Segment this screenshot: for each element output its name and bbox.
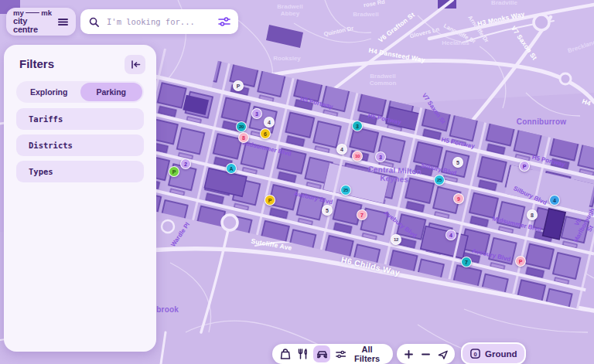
map-marker-blue-4[interactable]: 4 [549, 195, 560, 206]
map-marker-lavender-4[interactable]: 4 [446, 230, 456, 240]
brand-logo: my mk city centre [13, 9, 52, 35]
brand-bottom: city centre [13, 17, 52, 34]
map-marker-white-5[interactable]: 5 [322, 205, 333, 216]
logo-pill: my mk city centre [6, 8, 76, 36]
floor-level-button[interactable]: 0 Ground [461, 342, 526, 364]
filters-title: Filters [19, 57, 54, 70]
map-marker-white-p[interactable]: P [233, 80, 244, 91]
map-marker-yellow-p[interactable]: P [265, 195, 275, 206]
map-marker-cyan-a[interactable]: A [226, 163, 237, 174]
svg-text:0: 0 [473, 351, 476, 358]
filters-panel: Filters Exploring Parking Tariffs Distri… [4, 45, 156, 352]
zoom-in-button[interactable] [401, 345, 417, 362]
map-marker-teal-3[interactable]: 3 [352, 121, 363, 131]
shopping-bag-icon [279, 348, 292, 360]
accordion-districts[interactable]: Districts [16, 134, 144, 156]
accordion-tariffs[interactable]: Tariffs [16, 108, 144, 130]
brand-dash [26, 12, 40, 14]
search-icon [88, 16, 100, 28]
all-filters-label: All Filters [350, 345, 384, 363]
map-marker-pink-9[interactable]: 9 [453, 193, 464, 204]
search-bar [80, 9, 238, 34]
map-marker-white-5[interactable]: 5 [452, 157, 463, 168]
mode-tab-group: Exploring Parking [16, 81, 144, 103]
map-marker-teal-20[interactable]: 20 [236, 121, 247, 132]
brand-top-left: my [13, 9, 24, 17]
dining-icon [297, 348, 309, 360]
hamburger-icon[interactable] [57, 16, 69, 28]
search-input[interactable] [105, 16, 213, 27]
tab-exploring[interactable]: Exploring [18, 83, 80, 101]
map-marker-teal-7[interactable]: 7 [461, 257, 472, 267]
category-toolbar: All Filters [272, 344, 393, 364]
map-marker-white-12[interactable]: 12 [391, 234, 401, 245]
tab-parking[interactable]: Parking [80, 83, 143, 101]
brand-top-right: mk [41, 9, 52, 17]
zoom-out-button[interactable] [418, 345, 434, 362]
map-marker-lavender-3[interactable]: 3 [375, 151, 386, 162]
map-controls [397, 344, 455, 364]
map-marker-yellow-6[interactable]: 6 [260, 128, 271, 139]
map-marker-cyan-25[interactable]: 25 [434, 175, 445, 185]
sliders-icon [336, 349, 346, 359]
parking-car-button[interactable] [313, 345, 330, 362]
map-marker-lavender-p[interactable]: P [519, 161, 530, 172]
plus-icon [404, 349, 414, 359]
map-marker-pink-7[interactable]: 7 [357, 209, 367, 220]
map-marker-cyan-25[interactable]: 25 [340, 185, 351, 196]
navigate-arrow-icon [437, 349, 449, 360]
sliders-icon[interactable] [218, 16, 230, 27]
map-marker-pink-p[interactable]: P [515, 256, 526, 267]
app: Bradwell Abbeyrose RdBradvilleBradwellH3… [0, 0, 594, 364]
map-marker-white-4[interactable]: 4 [336, 144, 347, 155]
map-marker-white-4[interactable]: 4 [264, 117, 275, 128]
map-marker-green-p[interactable]: P [169, 166, 179, 177]
map-marker-pink-8[interactable]: 8 [238, 132, 249, 143]
map-marker-white-8[interactable]: 8 [527, 209, 538, 220]
collapse-left-icon [130, 60, 141, 70]
map-marker-pink-10[interactable]: 10 [352, 151, 363, 162]
accordion-types[interactable]: Types [16, 161, 144, 182]
map-marker-lavender-2[interactable]: 2 [180, 158, 191, 169]
shopping-button[interactable] [277, 345, 294, 362]
locate-button[interactable] [435, 345, 450, 362]
all-filters-button[interactable]: All Filters [332, 345, 388, 363]
map-marker-lavender-3[interactable]: 3 [251, 108, 262, 119]
ground-label: Ground [485, 349, 517, 359]
minus-icon [421, 349, 431, 359]
dining-button[interactable] [295, 345, 312, 362]
collapse-panel-button[interactable] [125, 55, 145, 74]
car-icon [316, 348, 329, 360]
floor-level-icon: 0 [469, 348, 481, 359]
